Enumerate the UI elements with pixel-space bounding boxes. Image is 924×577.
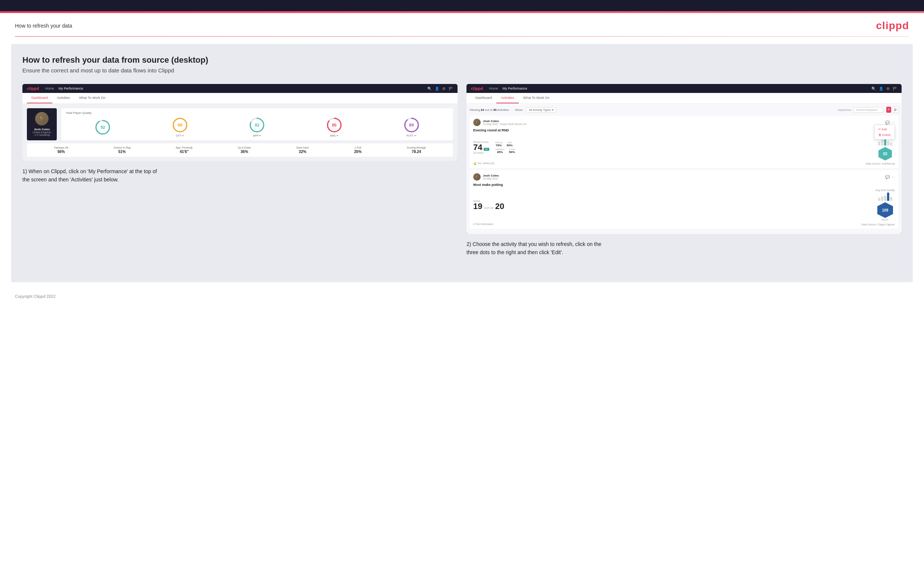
screenshots-row: clippd Home My Performance 🔍 👤 ⚙ 🏴 Dashb… bbox=[23, 84, 901, 257]
left-nav-home[interactable]: Home bbox=[45, 87, 54, 90]
list-grid-buttons: ≡ ⊞ bbox=[886, 107, 898, 113]
left-nav-logo: clippd bbox=[27, 86, 39, 91]
left-screenshot-col: clippd Home My Performance 🔍 👤 ⚙ 🏴 Dashb… bbox=[23, 84, 457, 257]
circle-label-putt: PUTT ✏ bbox=[407, 134, 417, 137]
act1-user-row: 🏌 Josh Coles 31 May 2022 · Royal North D… bbox=[473, 119, 895, 126]
left-tab-dashboard[interactable]: Dashboard bbox=[27, 93, 52, 103]
asq-section-2: Avg Shot Quality 109 P bbox=[876, 189, 895, 221]
fw-gir-row2: Up/Down 45% 1 Putt 50% bbox=[495, 148, 515, 154]
right-tab-what-to-work-on[interactable]: What To Work On bbox=[519, 93, 554, 103]
left-tab-what-to-work-on[interactable]: What To Work On bbox=[75, 93, 110, 103]
circle-label-arg: ARG ✏ bbox=[330, 134, 339, 137]
round-score-section: Round Score 74 NC 18 Holes bbox=[473, 141, 489, 154]
edit-button[interactable]: ✏ Edit bbox=[875, 127, 895, 132]
stat-value-ud: 36% bbox=[241, 150, 248, 154]
circle-ott: 98 OTT ✏ bbox=[172, 117, 188, 137]
total-quality-section: Total Player Quality 92 bbox=[61, 108, 453, 140]
user-icon-right[interactable]: 👤 bbox=[879, 87, 883, 91]
circle-ring-arg: 85 bbox=[326, 117, 342, 133]
stat-oneputt: 1 Putt 25% bbox=[354, 146, 362, 154]
circle-value-app: 82 bbox=[255, 123, 259, 127]
description-left: 1) When on Clippd, click on 'My Performa… bbox=[23, 167, 164, 184]
asq-label-2: Avg Shot Quality bbox=[876, 189, 895, 192]
list-view-button[interactable]: ≡ bbox=[886, 107, 891, 113]
show-dropdown[interactable]: All Activity Types ▾ bbox=[526, 107, 556, 113]
left-tabs: Dashboard Activities What To Work On bbox=[23, 93, 457, 104]
fw-gir-row1: FW Hit 79% GIR 50% bbox=[495, 142, 515, 147]
act2-avatar: 🏌 bbox=[473, 173, 481, 181]
stat-value-op: 25% bbox=[354, 150, 362, 154]
activities-body: Viewing 24 out of 35 Activities Show: Al… bbox=[467, 104, 901, 234]
stat-label-op: 1 Putt bbox=[354, 146, 361, 149]
act2-footer: ℹ Test Information Data Source: Clippd C… bbox=[473, 223, 895, 226]
pbar2 bbox=[881, 196, 883, 201]
stat-prox: App. Proximity 41'6" bbox=[176, 146, 193, 154]
player-handicap: -1.5 Handicap bbox=[34, 134, 50, 136]
grid-view-button[interactable]: ⊞ bbox=[892, 107, 898, 113]
filter-row: Viewing 24 out of 35 Activities Show: Al… bbox=[470, 107, 898, 113]
left-nav-icons: 🔍 👤 ⚙ 🏴 bbox=[427, 87, 453, 91]
settings-icon-right[interactable]: ⚙ bbox=[886, 87, 890, 91]
right-tab-dashboard[interactable]: Dashboard bbox=[471, 93, 496, 103]
left-tab-activities[interactable]: Activities bbox=[52, 93, 75, 103]
asq-hex-2: 109 bbox=[877, 202, 893, 218]
top-bar bbox=[0, 0, 924, 11]
act2-user-date: 29 May 2022 bbox=[483, 177, 499, 180]
chat-icon-2[interactable]: 💬 bbox=[885, 175, 890, 179]
stat-value-prox: 41'6" bbox=[180, 150, 189, 154]
right-nav: clippd Home My Performance 🔍 👤 ⚙ 🏴 bbox=[467, 84, 901, 93]
stats-bar: Fairways Hit 56% Greens In Reg 51% App. … bbox=[27, 143, 453, 157]
viewing-text: Viewing 24 out of 35 Activities bbox=[470, 108, 509, 111]
act2-icons: 💬 ··· bbox=[885, 175, 895, 179]
right-tab-activities[interactable]: Activities bbox=[496, 93, 519, 103]
left-app-body: 🏌 Josh Coles United Kingdom -1.5 Handica… bbox=[23, 104, 457, 161]
circle-label-app: APP ✏ bbox=[253, 134, 262, 137]
act2-user-row: 🏌 Josh Coles 29 May 2022 💬 ··· bbox=[473, 173, 895, 181]
pbar5 bbox=[890, 197, 892, 201]
delete-button[interactable]: 🗑 Delete bbox=[875, 132, 895, 138]
stat-value-sc: 78.24 bbox=[412, 150, 421, 154]
more-icon-2[interactable]: ··· bbox=[892, 175, 895, 179]
stat-value-gir: 51% bbox=[118, 150, 126, 154]
round-score-value: 74 bbox=[473, 143, 482, 152]
stat-scoring: Scoring Average 78.24 bbox=[407, 146, 426, 154]
act2-test-info: ℹ Test Information bbox=[473, 223, 494, 226]
stat-label-prox: App. Proximity bbox=[176, 146, 193, 149]
chat-icon-1[interactable]: 💬 bbox=[885, 121, 890, 125]
pbar1 bbox=[878, 198, 880, 201]
asq-hex-1: 93 bbox=[879, 147, 892, 161]
right-nav-home[interactable]: Home bbox=[489, 87, 498, 90]
user-icon[interactable]: 👤 bbox=[435, 87, 439, 91]
circle-label-ott: OTT ✏ bbox=[176, 134, 184, 137]
search-icon-right[interactable]: 🔍 bbox=[871, 87, 876, 91]
show-label: Show: bbox=[515, 108, 523, 111]
circle-total: 92 bbox=[94, 119, 111, 135]
search-input[interactable]: Search keyword bbox=[853, 107, 883, 113]
stat-label-ud: Up & Down bbox=[238, 146, 251, 149]
right-tabs: Dashboard Activities What To Work On bbox=[467, 93, 901, 104]
right-nav-icons: 🔍 👤 ⚙ 🏴 bbox=[871, 87, 897, 91]
gir-col: GIR 50% bbox=[506, 142, 512, 147]
right-nav-performance[interactable]: My Performance bbox=[502, 87, 527, 90]
search-box: Keywords: Search keyword bbox=[838, 107, 883, 113]
putt-chart-label: PUTT bbox=[882, 219, 888, 221]
search-icon[interactable]: 🔍 bbox=[427, 87, 432, 91]
flag-icon: 🏴 bbox=[449, 87, 453, 91]
act1-user-name: Josh Coles bbox=[483, 119, 527, 123]
more-icon-1[interactable]: ··· bbox=[892, 121, 895, 125]
left-nav-performance[interactable]: My Performance bbox=[58, 87, 83, 90]
player-card: 🏌 Josh Coles United Kingdom -1.5 Handica… bbox=[27, 108, 57, 140]
updown-col: Up/Down 45% bbox=[495, 148, 505, 154]
fw-value: 79% bbox=[496, 144, 502, 147]
right-nav-links: Home My Performance bbox=[489, 87, 527, 90]
stat-label-sc: Scoring Average bbox=[407, 146, 426, 149]
stat-updown: Up & Down 36% bbox=[238, 146, 251, 154]
left-nav-links: Home My Performance bbox=[45, 87, 83, 90]
player-country: United Kingdom bbox=[32, 131, 51, 134]
circle-arg: 85 ARG ✏ bbox=[326, 117, 342, 137]
act1-user-date: 31 May 2022 · Royal North Devon GC bbox=[483, 123, 527, 126]
left-nav: clippd Home My Performance 🔍 👤 ⚙ 🏴 bbox=[23, 84, 457, 93]
activity-card-2: 🏌 Josh Coles 29 May 2022 💬 ··· Must make… bbox=[470, 170, 898, 229]
stat-sandsave: Sand Save 32% bbox=[296, 146, 309, 154]
settings-icon[interactable]: ⚙ bbox=[442, 87, 446, 91]
